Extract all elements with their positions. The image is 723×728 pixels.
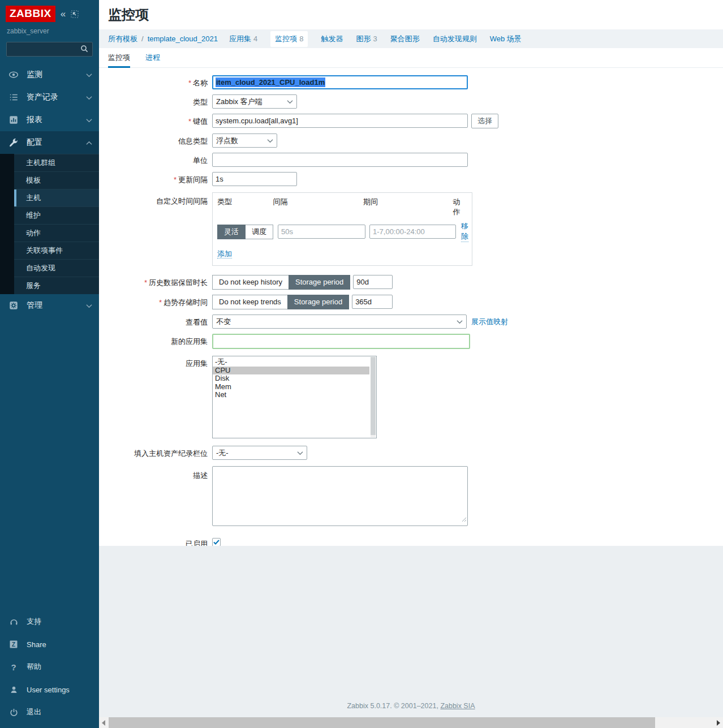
application-option[interactable]: -无- [213, 358, 369, 367]
sidebar: ZABBIX « zabbix_server 监测 资产记录 报表 [0, 0, 99, 728]
sidebar-item-inventory[interactable]: 资产记录 [0, 86, 99, 109]
scroll-left-arrow[interactable] [99, 717, 108, 728]
entity-nav: 应用集4 监控项8 触发器 图形3 聚合图形 自动发现规则 Web 场景 [229, 31, 522, 47]
application-option-selected[interactable]: CPU [213, 367, 369, 375]
collapse-sidebar-icon[interactable]: « [61, 9, 66, 19]
item-form: *名称 item_cloud_2021_CPU_load1m 类型 Zabbix… [99, 68, 723, 546]
gear-icon [8, 300, 19, 311]
footer: Zabbix 5.0.17. © 2001–2021, Zabbix SIA [99, 702, 723, 710]
search-input[interactable] [6, 42, 93, 57]
interval-type-segmented: 灵活 调度 [217, 225, 273, 239]
listbox-scrollbar[interactable] [371, 357, 376, 437]
zabbix-sia-link[interactable]: Zabbix SIA [440, 702, 475, 710]
nav-discovery-rules[interactable]: 自动发现规则 [433, 34, 477, 44]
enabled-checkbox[interactable] [212, 538, 221, 546]
sidebar-item-event-correlation[interactable]: 关联项事件 [14, 242, 99, 259]
server-name: zabbix_server [0, 24, 99, 38]
key-select-button[interactable]: 选择 [471, 114, 498, 128]
history-storage-button[interactable]: Storage period [289, 275, 350, 290]
value-type-select[interactable]: 浮点数 [212, 133, 277, 148]
nav-items[interactable]: 监控项8 [270, 31, 308, 47]
applications-listbox[interactable]: -无- CPU Disk Mem Net [212, 356, 377, 438]
zabbix-logo[interactable]: ZABBIX [6, 6, 55, 22]
add-interval-link[interactable]: 添加 [217, 249, 232, 259]
type-select[interactable]: Zabbix 客户端 [212, 94, 297, 109]
inventory-field-select[interactable]: -无- [212, 446, 307, 460]
remove-interval-link[interactable]: 移除 [461, 221, 468, 242]
sidebar-item-maintenance[interactable]: 维护 [14, 206, 99, 224]
trends-mode-segmented: Do not keep trends Storage period [212, 295, 349, 309]
chevron-down-icon [86, 301, 92, 310]
custom-intervals-table: 类型 间隔 期间 动作 灵活 调度 移除 [212, 192, 472, 266]
sidebar-item-administration[interactable]: 管理 [0, 294, 99, 317]
headset-icon [8, 617, 19, 627]
sidebar-item-help[interactable]: ? 帮助 [0, 656, 99, 678]
scrollbar-thumb[interactable] [109, 717, 655, 728]
show-value-mappings-link[interactable]: 展示值映射 [471, 317, 508, 327]
breadcrumb-template-name[interactable]: template_cloud_2021 [148, 35, 218, 43]
tab-item[interactable]: 监控项 [108, 48, 130, 67]
scheduling-button[interactable]: 调度 [245, 225, 273, 239]
sidebar-item-services[interactable]: 服务 [14, 277, 99, 294]
flexible-button[interactable]: 灵活 [217, 225, 246, 239]
application-option[interactable]: Mem [213, 383, 369, 391]
history-off-button[interactable]: Do not keep history [212, 275, 289, 290]
sidebar-item-logout[interactable]: 退出 [0, 701, 99, 723]
sidebar-item-share[interactable]: Z Share [0, 633, 99, 656]
form-tabs: 监控项 进程 [99, 48, 723, 68]
configuration-submenu: 主机群组 模板 主机 维护 动作 关联项事件 自动发现 服务 [0, 154, 99, 294]
chevron-down-icon [267, 139, 273, 143]
key-input[interactable] [212, 114, 468, 128]
chevron-up-icon [86, 138, 92, 147]
report-chart-icon [8, 115, 19, 125]
nav-screens[interactable]: 聚合图形 [390, 34, 420, 44]
sidebar-item-hosts[interactable]: 主机 [14, 189, 99, 206]
chevron-down-icon [297, 451, 303, 455]
check-icon [213, 540, 220, 545]
trends-period-input[interactable] [352, 295, 393, 309]
application-option[interactable]: Disk [213, 374, 369, 383]
update-interval-input[interactable] [212, 172, 297, 186]
wrench-icon [8, 137, 19, 148]
sidebar-item-templates[interactable]: 模板 [14, 171, 99, 189]
sidebar-item-host-groups[interactable]: 主机群组 [14, 154, 99, 171]
chevron-down-icon [457, 320, 463, 324]
power-icon [8, 708, 19, 717]
sidebar-item-actions[interactable]: 动作 [14, 224, 99, 242]
sidebar-item-support[interactable]: 支持 [0, 610, 99, 633]
nav-triggers[interactable]: 触发器 [321, 34, 343, 44]
tab-preprocessing[interactable]: 进程 [145, 48, 160, 67]
new-application-input[interactable] [212, 334, 470, 349]
nav-web-scenarios[interactable]: Web 场景 [490, 34, 522, 44]
interval-period-input[interactable] [369, 225, 456, 239]
description-textarea[interactable] [212, 466, 468, 526]
trends-storage-button[interactable]: Storage period [287, 295, 349, 309]
sidebar-item-discovery[interactable]: 自动发现 [14, 259, 99, 277]
logo-row: ZABBIX « [0, 0, 99, 24]
chevron-down-icon [86, 115, 92, 124]
interval-delay-input[interactable] [278, 225, 365, 239]
chevron-down-icon [287, 100, 293, 104]
sidebar-item-monitoring[interactable]: 监测 [0, 63, 99, 86]
question-icon: ? [8, 662, 19, 672]
nav-applications[interactable]: 应用集4 [229, 34, 257, 44]
sidebar-item-reports[interactable]: 报表 [0, 109, 99, 131]
horizontal-scrollbar[interactable] [99, 717, 723, 728]
scroll-right-arrow[interactable] [714, 717, 723, 728]
history-period-input[interactable] [353, 275, 393, 289]
svg-text:Z: Z [12, 641, 16, 648]
units-input[interactable] [212, 153, 468, 167]
trends-off-button[interactable]: Do not keep trends [212, 295, 288, 309]
sidebar-item-user-settings[interactable]: User settings [0, 678, 99, 701]
name-input[interactable]: item_cloud_2021_CPU_load1m [212, 75, 468, 89]
sidebar-item-configuration[interactable]: 配置 [0, 131, 99, 154]
nav-graphs[interactable]: 图形3 [356, 34, 377, 44]
expand-sidebar-icon[interactable] [71, 10, 79, 18]
show-value-select[interactable]: 不变 [212, 315, 467, 329]
breadcrumb: 所有模板 / template_cloud_2021 应用集4 监控项8 触发器… [99, 29, 723, 48]
eye-icon [8, 70, 19, 80]
breadcrumb-all-templates[interactable]: 所有模板 [108, 34, 137, 44]
main-content: 监控项 所有模板 / template_cloud_2021 应用集4 监控项8… [99, 0, 723, 728]
application-option[interactable]: Net [213, 391, 369, 399]
history-mode-segmented: Do not keep history Storage period [212, 275, 350, 290]
